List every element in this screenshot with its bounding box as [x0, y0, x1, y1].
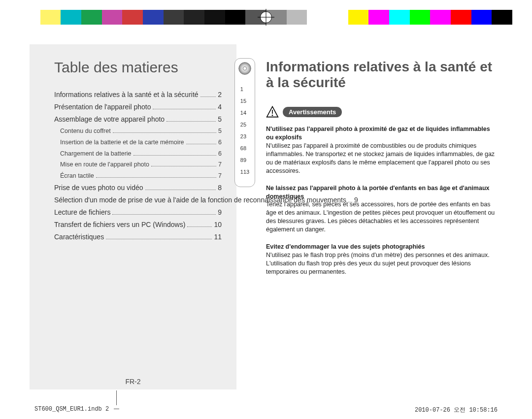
warning-header: Avertissements: [266, 105, 498, 118]
toc-entry: Contenu du coffret5: [54, 127, 222, 136]
side-index-number: 14: [240, 110, 249, 116]
section-title: Informations relatives à la santé et à l…: [266, 59, 498, 91]
paragraph-heading: N'utilisez pas l'appareil photo à proxim…: [266, 126, 490, 141]
color-swatch: [40, 10, 61, 25]
toc-entry-label: Prise de vues photo ou vidéo: [54, 183, 143, 193]
print-footer: ST600_QSM_EUR1.indb 2 2010-07-26 오전 10:5…: [34, 406, 498, 414]
toc-entry-page: 11: [214, 232, 222, 242]
side-index-number: 68: [240, 145, 249, 151]
color-swatch: [102, 10, 123, 25]
paragraph-body: N'utilisez pas le flash trop près (moins…: [266, 251, 498, 276]
toc-entry-label: Présentation de l'appareil photo: [54, 102, 151, 112]
page-content: Table des matieres Informations relative…: [30, 44, 502, 389]
warning-icon: [266, 105, 279, 118]
toc-entry-page: 5: [218, 114, 222, 125]
footer-timestamp: 2010-07-26 오전 10:58:16: [415, 406, 498, 414]
side-index-number: 25: [240, 122, 249, 128]
toc-entry: Écran tactile7: [54, 171, 222, 181]
color-swatch: [143, 10, 164, 25]
toc-list: Informations relatives à la santé et à l…: [54, 90, 222, 242]
toc-entry-page: 7: [218, 171, 222, 181]
toc-entry-page: 5: [218, 127, 222, 136]
warning-paragraph: Ne laissez pas l'appareil photo à la por…: [266, 184, 498, 234]
paragraph-body: N'utilisez pas l'appareil à proximité de…: [266, 142, 498, 175]
toc-entry-label: Caractéristiques: [54, 232, 104, 242]
toc-entry-page: 10: [214, 220, 222, 230]
toc-entry-page: 6: [218, 138, 222, 147]
toc-panel: Table des matieres Informations relative…: [30, 44, 236, 389]
toc-entry-label: Lecture de fichiers: [54, 207, 110, 218]
color-swatch: [20, 10, 40, 25]
toc-entry: Insertion de la batterie et de la carte …: [54, 138, 222, 147]
svg-point-1: [243, 67, 247, 70]
toc-entry: Chargement de la batterie6: [54, 149, 222, 159]
color-swatch: [204, 10, 225, 25]
toc-entry-page: 7: [218, 160, 222, 169]
toc-entry-label: Transfert de fichiers vers un PC (Window…: [54, 220, 185, 230]
body-panel: Informations relatives à la santé et à l…: [236, 44, 502, 389]
color-swatch: [287, 10, 307, 25]
toc-entry: Caractéristiques11: [54, 232, 222, 242]
toc-entry-label: Mise en route de l'appareil photo: [60, 160, 149, 169]
side-index-strip: 1151425236889113: [234, 58, 255, 187]
color-swatch: [81, 10, 102, 25]
paragraph-body: Tenez l'appareil, ses pièces et ses acce…: [266, 200, 498, 234]
color-swatch: [61, 10, 81, 25]
toc-entry-label: Chargement de la batterie: [60, 149, 132, 159]
toc-entry: Prise de vues photo ou vidéo8: [54, 183, 222, 193]
side-index-number: 1: [240, 86, 249, 92]
warning-paragraph: Evitez d'endommager la vue des sujets ph…: [266, 243, 498, 276]
warning-chip: Avertissements: [283, 107, 342, 117]
side-index-number: 89: [240, 157, 249, 163]
toc-entry-label: Insertion de la batterie et de la carte …: [60, 138, 184, 147]
toc-entry-label: Écran tactile: [60, 171, 94, 181]
paragraph-heading: Evitez d'endommager la vue des sujets ph…: [266, 243, 425, 250]
warning-paragraph: N'utilisez pas l'appareil photo à proxim…: [266, 125, 498, 175]
color-swatch: [348, 10, 369, 25]
side-index-number: 113: [240, 169, 249, 175]
toc-entry-page: 4: [218, 102, 222, 112]
toc-entry: Transfert de fichiers vers un PC (Window…: [54, 220, 222, 230]
toc-entry-label: Sélection d'un mode de prise de vue à l'…: [54, 195, 346, 205]
page-number: FR-2: [125, 378, 140, 386]
color-swatch: [164, 10, 184, 25]
toc-entry: Présentation de l'appareil photo4: [54, 102, 222, 112]
side-index-number: 15: [240, 98, 249, 104]
toc-title: Table des matieres: [54, 59, 222, 76]
color-swatch: [225, 10, 246, 25]
color-swatch: [471, 10, 492, 25]
color-swatch: [410, 10, 431, 25]
color-swatch: [307, 10, 328, 25]
color-swatch: [122, 10, 143, 25]
toc-entry: Assemblage de votre appareil photo5: [54, 114, 222, 125]
toc-entry-page: 8: [218, 183, 222, 193]
color-swatch: [184, 10, 204, 25]
registration-mark: [260, 5, 272, 30]
color-swatch: [451, 10, 471, 25]
toc-entry-label: Assemblage de votre appareil photo: [54, 114, 165, 125]
toc-entry-page: 9: [354, 195, 358, 205]
print-color-bar: [20, 10, 512, 25]
color-swatch: [328, 10, 348, 25]
toc-entry: Mise en route de l'appareil photo7: [54, 160, 222, 169]
toc-entry-page: 9: [218, 207, 222, 218]
toc-entry: Informations relatives à la santé et à l…: [54, 90, 222, 100]
crop-mark: [116, 390, 117, 405]
toc-entry-label: Contenu du coffret: [60, 127, 111, 136]
footer-filename: ST600_QSM_EUR1.indb 2: [34, 406, 109, 414]
toc-entry-page: 6: [218, 149, 222, 159]
color-swatch: [430, 10, 451, 25]
color-swatch: [492, 10, 512, 25]
color-swatch: [368, 10, 389, 25]
toc-entry-page: 2: [218, 90, 222, 100]
color-swatch: [389, 10, 410, 25]
svg-point-4: [272, 115, 273, 116]
toc-entry: Lecture de fichiers9: [54, 207, 222, 218]
toc-entry: Sélection d'un mode de prise de vue à l'…: [54, 195, 222, 205]
toc-entry-label: Informations relatives à la santé et à l…: [54, 90, 199, 100]
cd-icon: [238, 62, 252, 75]
side-index-number: 23: [240, 133, 249, 139]
